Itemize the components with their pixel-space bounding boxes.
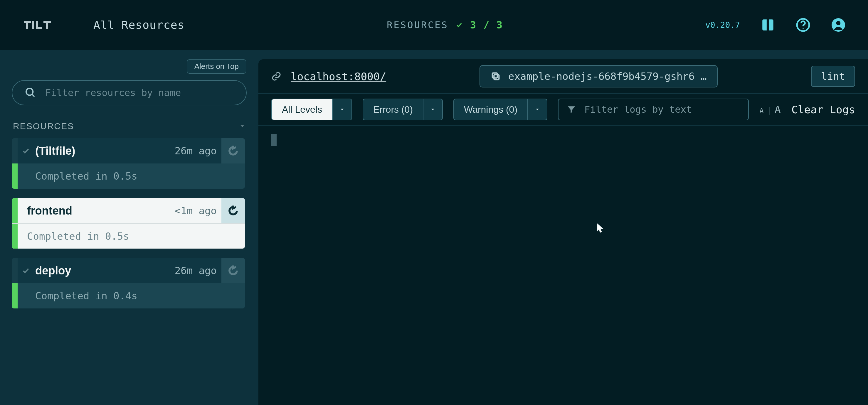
- help-icon[interactable]: [796, 18, 810, 32]
- log-filter-row: All Levels Errors (0) Warnings (0) A | A…: [258, 93, 868, 126]
- dropdown-label: Errors (0): [363, 99, 423, 120]
- resource-card-deploy[interactable]: deploy 26m ago Completed in 0.4s: [12, 258, 245, 308]
- chevron-down-icon[interactable]: [423, 99, 442, 120]
- header-center: RESOURCES 3 / 3: [200, 19, 690, 31]
- docs-icon[interactable]: [761, 18, 775, 32]
- copy-icon: [491, 71, 501, 81]
- resource-ago: 26m ago: [170, 138, 221, 164]
- status-bar: [12, 283, 18, 308]
- resource-name: frontend: [18, 198, 170, 223]
- reload-button[interactable]: [221, 138, 245, 164]
- resource-status: Completed in 0.5s: [34, 164, 245, 189]
- resource-card-tiltfile[interactable]: (Tiltfile) 26m ago Completed in 0.5s: [12, 138, 245, 189]
- status-bar: [12, 138, 18, 164]
- resource-filter[interactable]: [12, 80, 247, 105]
- resource-card-frontend[interactable]: frontend <1m ago Completed in 0.5s: [12, 198, 245, 248]
- account-icon[interactable]: [831, 18, 846, 32]
- status-bar: [12, 258, 18, 283]
- svg-point-3: [836, 21, 841, 25]
- app-body: Alerts on Top RESOURCES (Tiltfile) 26m a…: [0, 50, 868, 405]
- main-pane: localhost:8000/ example-nodejs-668f9b457…: [258, 59, 868, 405]
- funnel-icon: [567, 105, 576, 114]
- tilt-logo: [22, 17, 55, 33]
- svg-rect-6: [494, 74, 499, 79]
- svg-point-4: [26, 88, 33, 95]
- resource-list: (Tiltfile) 26m ago Completed in 0.5s fro…: [12, 138, 245, 308]
- level-all-dropdown[interactable]: All Levels: [271, 99, 352, 120]
- sidebar: Alerts on Top RESOURCES (Tiltfile) 26m a…: [0, 59, 258, 405]
- log-text-filter[interactable]: [558, 99, 749, 120]
- font-size-toggle[interactable]: A | A: [760, 104, 781, 115]
- status-bar: [12, 224, 18, 248]
- reload-button[interactable]: [221, 198, 245, 223]
- resources-counter: 3 / 3: [470, 19, 503, 31]
- link-icon: [271, 71, 281, 81]
- endpoint-link[interactable]: localhost:8000/: [291, 70, 386, 82]
- chevron-down-icon: [239, 123, 246, 129]
- reload-button[interactable]: [221, 258, 245, 283]
- svg-rect-7: [492, 73, 497, 78]
- app-header: All Resources RESOURCES 3 / 3 v0.20.7: [0, 0, 868, 50]
- log-text-filter-input[interactable]: [584, 104, 740, 115]
- check-icon: [456, 22, 463, 28]
- page-title: All Resources: [93, 19, 184, 31]
- resource-ago: 26m ago: [170, 258, 221, 283]
- status-bar: [12, 198, 18, 223]
- log-cursor: [271, 134, 277, 146]
- version-label[interactable]: v0.20.7: [705, 20, 740, 30]
- resource-ago: <1m ago: [170, 198, 221, 223]
- level-errors-dropdown[interactable]: Errors (0): [363, 99, 443, 120]
- font-sep: |: [767, 106, 772, 115]
- clear-logs-button[interactable]: Clear Logs: [792, 104, 855, 115]
- resource-status: Completed in 0.4s: [34, 283, 245, 308]
- main-topstrip: localhost:8000/ example-nodejs-668f9b457…: [258, 59, 868, 93]
- svg-point-1: [803, 28, 803, 29]
- spacer: [18, 164, 34, 189]
- resources-label: RESOURCES: [387, 20, 448, 31]
- pod-name: example-nodejs-668f9b4579-gshr6 …: [508, 70, 707, 82]
- resource-filter-input[interactable]: [44, 87, 234, 99]
- check-icon: [18, 258, 34, 283]
- resource-name: (Tiltfile): [34, 138, 170, 164]
- alerts-on-top-toggle[interactable]: Alerts on Top: [187, 59, 246, 74]
- header-divider: [72, 16, 72, 34]
- level-warnings-dropdown[interactable]: Warnings (0): [454, 99, 547, 120]
- search-icon: [25, 87, 36, 99]
- resource-name: deploy: [34, 258, 170, 283]
- svg-line-5: [32, 94, 34, 97]
- resource-status: Completed in 0.5s: [18, 224, 245, 248]
- dropdown-label: Warnings (0): [454, 99, 527, 120]
- resources-section-header[interactable]: RESOURCES: [12, 121, 247, 131]
- font-small[interactable]: A: [760, 107, 764, 115]
- mouse-pointer: [596, 223, 604, 234]
- chevron-down-icon[interactable]: [332, 99, 351, 120]
- spacer: [18, 283, 34, 308]
- chevron-down-icon[interactable]: [527, 99, 547, 120]
- log-area[interactable]: [258, 126, 868, 405]
- header-right: v0.20.7: [705, 18, 846, 32]
- dropdown-label: All Levels: [272, 99, 332, 120]
- font-large[interactable]: A: [775, 104, 781, 115]
- resources-section-label: RESOURCES: [13, 121, 74, 131]
- lint-button[interactable]: lint: [811, 66, 855, 87]
- check-icon: [18, 138, 34, 164]
- status-bar: [12, 164, 18, 189]
- pod-pill[interactable]: example-nodejs-668f9b4579-gshr6 …: [479, 65, 718, 88]
